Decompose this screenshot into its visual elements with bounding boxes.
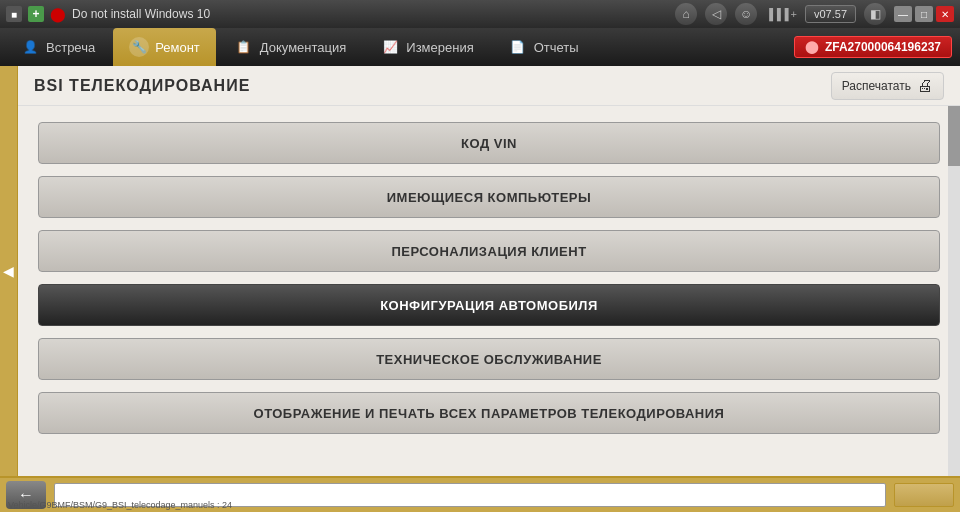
content-header: BSI ТЕЛЕКОДИРОВАНИЕ Распечатать 🖨 (18, 66, 960, 106)
print-button[interactable]: Распечатать 🖨 (831, 72, 944, 100)
status-bar-right (894, 483, 954, 507)
settings-icon[interactable]: ◧ (864, 3, 886, 25)
left-arrow-icon: ◀ (3, 263, 14, 279)
tab-vstretcha-label: Встреча (46, 40, 95, 55)
minimize-button[interactable]: — (894, 6, 912, 22)
vin-icon: ⬤ (805, 40, 818, 54)
tab-izmereniya-label: Измерения (406, 40, 473, 55)
menu-btn-computers[interactable]: ИМЕЮЩИЕСЯ КОМПЬЮТЕРЫ (38, 176, 940, 218)
print-label: Распечатать (842, 79, 911, 93)
close-button[interactable]: ✕ (936, 6, 954, 22)
tab-izmereniya[interactable]: 📈 Измерения (364, 28, 489, 66)
nav-bar: 👤 Встреча 🔧 Ремонт 📋 Документация 📈 Изме… (0, 28, 960, 66)
menu-btn-config[interactable]: КОНФИГУРАЦИЯ АВТОМОБИЛЯ (38, 284, 940, 326)
otchety-icon: 📄 (508, 37, 528, 57)
tab-dokumentatsiya-label: Документация (260, 40, 347, 55)
nav-right: ⬤ ZFA27000064196237 (794, 28, 956, 66)
home-icon[interactable]: ⌂ (675, 3, 697, 25)
menu-btn-service[interactable]: ТЕХНИЧЕСКОЕ ОБСЛУЖИВАНИЕ (38, 338, 940, 380)
menu-btn-print-all[interactable]: ОТОБРАЖЕНИЕ И ПЕЧАТЬ ВСЕХ ПАРАМЕТРОВ ТЕЛ… (38, 392, 940, 434)
print-icon: 🖨 (917, 77, 933, 95)
menu-btn-personalization[interactable]: ПЕРСОНАЛИЗАЦИЯ КЛИЕНТ (38, 230, 940, 272)
scrollbar-thumb[interactable] (948, 106, 960, 166)
title-right: ⌂ ◁ ☺ ▐▐▐+ v07.57 ◧ — □ ✕ (675, 3, 954, 25)
title-bar: ■ + ⬤ Do not install Windows 10 ⌂ ◁ ☺ ▐▐… (0, 0, 960, 28)
remont-icon: 🔧 (129, 37, 149, 57)
tab-remont-label: Ремонт (155, 40, 200, 55)
vin-number: ZFA27000064196237 (825, 40, 941, 54)
warning-icon: ⬤ (50, 6, 66, 22)
tab-vstretcha[interactable]: 👤 Встреча (4, 28, 111, 66)
window-icon: ■ (6, 6, 22, 22)
content-panel: BSI ТЕЛЕКОДИРОВАНИЕ Распечатать 🖨 КОД VI… (18, 66, 960, 476)
vstretcha-icon: 👤 (20, 37, 40, 57)
battery-indicator: ▐▐▐+ (765, 8, 797, 20)
maximize-button[interactable]: □ (915, 6, 933, 22)
add-icon[interactable]: + (28, 6, 44, 22)
scroll-area: КОД VIN ИМЕЮЩИЕСЯ КОМПЬЮТЕРЫ ПЕРСОНАЛИЗА… (18, 106, 960, 476)
tab-otchety-label: Отчеты (534, 40, 579, 55)
dokumentatsiya-icon: 📋 (234, 37, 254, 57)
bottom-bar: ← Vehicle/G9BMF/BSM/G9_BSI_telecodage_ma… (0, 476, 960, 512)
page-title: BSI ТЕЛЕКОДИРОВАНИЕ (34, 77, 250, 95)
main-area: ◀ BSI ТЕЛЕКОДИРОВАНИЕ Распечатать 🖨 КОД … (0, 66, 960, 476)
scrollbar[interactable] (948, 106, 960, 476)
version-badge: v07.57 (805, 5, 856, 23)
footer-path: Vehicle/G9BMF/BSM/G9_BSI_telecodage_manu… (8, 500, 232, 510)
back-nav-icon[interactable]: ◁ (705, 3, 727, 25)
tab-remont[interactable]: 🔧 Ремонт (113, 28, 216, 66)
izmereniya-icon: 📈 (380, 37, 400, 57)
vin-badge: ⬤ ZFA27000064196237 (794, 36, 952, 58)
menu-btn-vin[interactable]: КОД VIN (38, 122, 940, 164)
tab-dokumentatsiya[interactable]: 📋 Документация (218, 28, 363, 66)
window-controls: — □ ✕ (894, 6, 954, 22)
title-text: Do not install Windows 10 (72, 7, 669, 21)
left-arrow-button[interactable]: ◀ (0, 66, 18, 476)
account-icon[interactable]: ☺ (735, 3, 757, 25)
tab-otchety[interactable]: 📄 Отчеты (492, 28, 595, 66)
